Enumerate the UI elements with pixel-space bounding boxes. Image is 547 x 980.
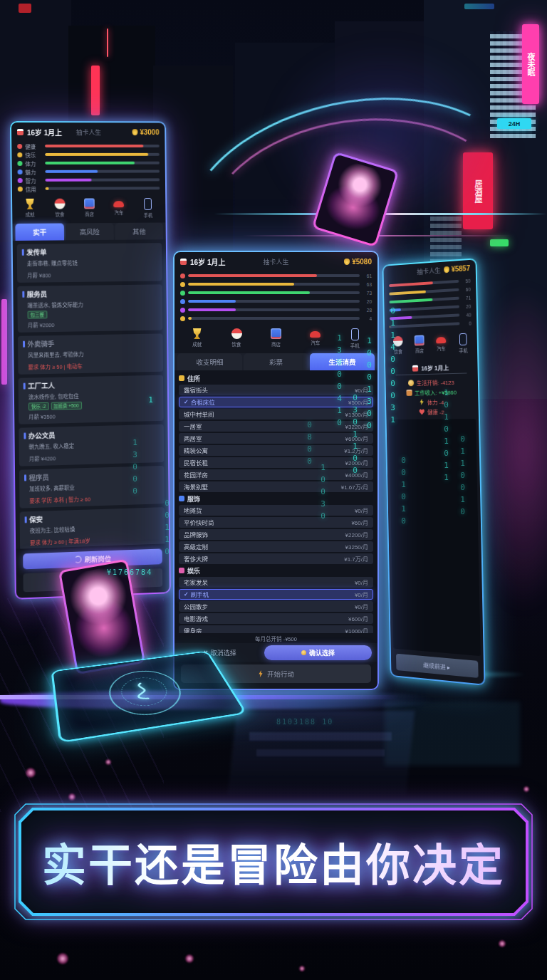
- option-name: 花园洋房: [184, 470, 208, 479]
- job-list[interactable]: 发传单 走街串巷, 赚点零花钱 月薪 ¥800 服务员 端茶送水, 锻炼交际能力…: [13, 239, 170, 549]
- job-card[interactable]: 外卖骑手 风里来雨里去, 考验体力 要求 体力 ≥ 50 | 电动车: [18, 333, 163, 374]
- option-row[interactable]: ✓ 电影游戏 ¥600/月: [179, 613, 373, 625]
- stat-row: 63: [180, 280, 372, 288]
- option-row[interactable]: ✓ 品牌服饰 ¥2200/月: [179, 529, 373, 541]
- option-row[interactable]: ✓ 民宿长租 ¥2000/月: [179, 457, 373, 469]
- event-log: 16岁 1月上 生活开销: -4123 工作收入: +¥5860 体力 -4: [385, 358, 479, 417]
- pink-particle: [299, 966, 305, 971]
- confirm-button[interactable]: 确认选择: [264, 645, 372, 660]
- nav-item[interactable]: 饮食: [387, 335, 409, 355]
- tab[interactable]: 彩票: [244, 353, 308, 370]
- option-row[interactable]: ✓ 城中村单间 ¥1300/月: [179, 409, 373, 420]
- refresh-icon: [75, 556, 82, 563]
- option-row[interactable]: ✓ 宅家发呆 ¥0/月: [179, 577, 373, 588]
- nav-item[interactable]: 手机: [136, 198, 160, 219]
- option-price: ¥2000/月: [345, 459, 368, 466]
- stats-block: 健康 快乐: [11, 140, 165, 196]
- list-section: 娱乐 ✓ 宅家发呆 ¥0/月 ✓ 刷手机: [179, 565, 373, 633]
- tab[interactable]: 实干: [15, 223, 64, 240]
- nav-label: 汽车: [114, 209, 123, 216]
- section-header: 住所: [179, 373, 373, 383]
- job-card[interactable]: 发传单 走街串巷, 赚点零花钱 月薪 ¥800: [17, 243, 162, 283]
- stat-bar-fill: [45, 162, 135, 165]
- option-row[interactable]: ✓ 精装公寓 ¥1.2万/月: [179, 445, 373, 457]
- option-name: 奢侈大牌: [184, 554, 208, 563]
- consumption-list[interactable]: 住所 ✓ 露宿街头 ¥0/月 ✓ 合租床位: [174, 370, 377, 633]
- option-row[interactable]: ✓ 健身房 ¥1000/月: [179, 625, 373, 634]
- trophy-icon: [192, 328, 202, 339]
- nav-item[interactable]: 汽车: [303, 328, 328, 346]
- nav-item[interactable]: 成就: [18, 199, 42, 218]
- nav-item[interactable]: 饮食: [48, 199, 72, 218]
- tab[interactable]: 其他: [115, 223, 162, 240]
- nav-item[interactable]: 手机: [452, 333, 474, 354]
- job-card[interactable]: 工厂工人 流水线作业, 包吃包住 快乐 -2加班费 +500 月薪 ¥3500: [19, 375, 164, 424]
- job-card[interactable]: 办公文员 朝九晚五, 收入稳定 月薪 ¥4200: [19, 424, 164, 466]
- nav-icon-row: 成就 饮食 商店 汽车: [174, 325, 377, 353]
- consumption-panel: 16岁 1月上 抽卡人生 ¥5080 61: [173, 251, 379, 690]
- job-salary: 月薪 ¥800: [27, 270, 157, 279]
- option-row[interactable]: ✓ 地摊货 ¥0/月: [179, 505, 373, 516]
- option-row[interactable]: ✓ 公园散步 ¥0/月: [179, 601, 373, 612]
- option-price: ¥500/月: [348, 398, 368, 406]
- food-icon: [393, 336, 403, 347]
- moneybag-icon: [132, 129, 138, 135]
- tab[interactable]: 高风险: [66, 223, 114, 240]
- option-row[interactable]: ✓ 花园洋房 ¥4000/月: [179, 469, 373, 481]
- nav-item[interactable]: 商店: [409, 335, 431, 355]
- log-date: 16岁 1月上: [395, 363, 467, 376]
- section-header: 服饰: [179, 494, 373, 504]
- job-salary: 要求 学历 本科 | 智力 ≥ 60: [29, 493, 160, 505]
- tab[interactable]: 生活消费: [310, 353, 375, 370]
- nav-item[interactable]: 商店: [78, 198, 102, 217]
- nav-item[interactable]: 汽车: [430, 334, 452, 353]
- nav-item[interactable]: 饮食: [224, 328, 249, 348]
- stat-row: 73: [180, 288, 372, 297]
- option-row[interactable]: ✓ 两居室 ¥6000/月: [179, 433, 373, 444]
- job-description: 端茶送水, 锻炼交际能力: [27, 299, 157, 308]
- nav-item[interactable]: 手机: [343, 328, 367, 349]
- stat-bar-track: [188, 300, 360, 303]
- job-tag: 包三餐: [28, 311, 47, 318]
- nav-item[interactable]: 商店: [264, 328, 288, 348]
- option-row[interactable]: ✓ 合租床位 ¥500/月: [179, 397, 373, 408]
- heart-icon: [419, 409, 424, 415]
- food-icon: [231, 328, 242, 339]
- neon-bar-sign: [490, 239, 509, 246]
- stat-bar-fill: [188, 300, 236, 303]
- option-row[interactable]: ✓ 高级定制 ¥3250/月: [179, 541, 373, 553]
- stat-value: 0: [462, 320, 472, 326]
- job-card[interactable]: 程序员 加班较多, 高薪职业 要求 学历 本科 | 智力 ≥ 60: [19, 466, 165, 509]
- stat-icon: [17, 143, 22, 148]
- job-card[interactable]: 保安 夜班为主, 比较枯燥 要求 体力 ≥ 60 | 年满18岁: [20, 507, 165, 549]
- nav-label: 商店: [415, 347, 424, 354]
- stat-bar-fill: [188, 317, 192, 320]
- stat-bar-fill: [390, 308, 401, 312]
- option-row[interactable]: ✓ 平价快时尚 ¥60/月: [179, 517, 373, 528]
- nav-item[interactable]: 成就: [185, 328, 209, 348]
- option-price: ¥4000/月: [345, 471, 368, 479]
- nav-item[interactable]: 汽车: [107, 198, 130, 216]
- section-icon: [179, 496, 184, 501]
- option-row[interactable]: ✓ 刷手机 ¥0/月: [179, 589, 373, 600]
- pink-particle: [105, 759, 111, 765]
- option-price: ¥1300/月: [345, 410, 368, 418]
- tab[interactable]: 收支明细: [177, 353, 242, 370]
- option-row[interactable]: ✓ 海景别墅 ¥1.67万/月: [179, 481, 373, 493]
- tab-bar: 收支明细 彩票 生活消费: [174, 353, 377, 370]
- stats-block: 61 63: [174, 270, 377, 325]
- shop-icon: [271, 328, 281, 339]
- option-row[interactable]: ✓ 奢侈大牌 ¥1.7万/月: [179, 553, 373, 565]
- check-icon: ✓: [184, 591, 189, 598]
- option-row[interactable]: ✓ 一居室 ¥3220/月: [179, 421, 373, 432]
- stat-bar-fill: [45, 179, 91, 182]
- stat-label: 体力: [25, 159, 42, 167]
- option-row[interactable]: ✓ 露宿街头 ¥0/月: [179, 385, 373, 396]
- stat-bar-fill: [46, 187, 49, 190]
- job-card[interactable]: 服务员 端茶送水, 锻炼交际能力 包三餐 月薪 ¥2000: [17, 284, 162, 332]
- continue-button[interactable]: 继续前进 ▸: [396, 654, 479, 678]
- nav-label: 饮食: [394, 348, 402, 355]
- slogan-banner: 实干还是冒险由你决定: [14, 803, 533, 920]
- card-figure-art: [64, 565, 140, 669]
- food-icon: [54, 199, 65, 209]
